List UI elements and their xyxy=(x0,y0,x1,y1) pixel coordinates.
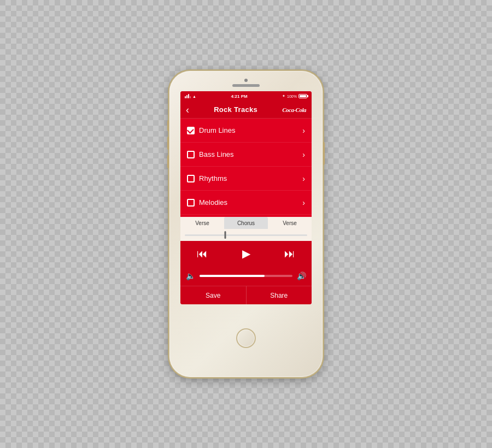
phone-shell: ▲ 4:21 PM ✦ 100% ‹ Rock Tracks Coca-Cola xyxy=(169,71,323,377)
melodies-chevron: › xyxy=(302,198,305,207)
nav-bar: ‹ Rock Tracks Coca-Cola xyxy=(180,101,312,119)
home-button[interactable] xyxy=(236,328,256,348)
progress-bar-container xyxy=(180,229,312,241)
prev-button[interactable]: ⏮ xyxy=(192,244,212,263)
segment-verse-1-label: Verse xyxy=(195,220,209,226)
segment-chorus-label: Chorus xyxy=(237,220,255,226)
drum-lines-label: Drum Lines xyxy=(199,126,235,134)
signal-bar-2 xyxy=(186,95,188,98)
transport-area: ⏮ ▶ ⏭ xyxy=(180,241,312,266)
battery-icon xyxy=(298,94,307,98)
play-button[interactable]: ▶ xyxy=(236,244,256,263)
menu-item-left-2: Bass Lines xyxy=(187,150,234,158)
progress-track[interactable] xyxy=(185,234,307,236)
rhythms-chevron: › xyxy=(302,174,305,183)
segment-area: Verse Chorus Verse xyxy=(180,217,312,241)
volume-up-button[interactable] xyxy=(167,137,169,150)
menu-item-left-4: Melodies xyxy=(187,198,227,207)
menu-list: Drum Lines › Bass Lines › Rhythms › xyxy=(180,119,312,217)
wifi-icon: ▲ xyxy=(192,95,196,98)
phone-top xyxy=(169,71,323,91)
coca-cola-logo: Coca-Cola xyxy=(282,107,306,113)
save-button[interactable]: Save xyxy=(180,286,247,304)
signal-bar-3 xyxy=(188,94,189,98)
menu-item-left-3: Rhythms xyxy=(187,174,227,182)
rhythms-label: Rhythms xyxy=(199,174,227,182)
power-button[interactable] xyxy=(323,142,325,165)
segment-labels: Verse Chorus Verse xyxy=(180,217,312,229)
play-icon: ▶ xyxy=(242,247,250,260)
signal-bar-4 xyxy=(190,96,191,98)
status-bar: ▲ 4:21 PM ✦ 100% xyxy=(180,91,312,101)
battery-pct-label: 100% xyxy=(287,95,297,98)
bluetooth-icon: ✦ xyxy=(282,94,285,98)
melodies-label: Melodies xyxy=(199,198,227,207)
share-label: Share xyxy=(270,292,288,299)
bass-lines-checkbox[interactable] xyxy=(187,151,195,158)
menu-item-drum-lines[interactable]: Drum Lines › xyxy=(180,119,312,143)
save-label: Save xyxy=(206,292,220,299)
signal-bars xyxy=(185,94,191,98)
share-button[interactable]: Share xyxy=(247,286,312,304)
volume-high-icon: 🔊 xyxy=(297,272,306,280)
next-icon: ⏭ xyxy=(284,247,295,260)
bottom-buttons: Save Share xyxy=(180,286,312,304)
drum-lines-checkbox[interactable] xyxy=(187,127,195,134)
prev-icon: ⏮ xyxy=(197,247,208,260)
camera-dot xyxy=(244,79,248,82)
bass-lines-label: Bass Lines xyxy=(199,150,234,158)
back-button[interactable]: ‹ xyxy=(186,105,189,115)
drum-lines-chevron: › xyxy=(302,126,305,135)
volume-down-button[interactable] xyxy=(167,155,169,168)
battery-tip xyxy=(307,95,308,97)
battery-fill xyxy=(300,95,306,97)
menu-item-left: Drum Lines xyxy=(187,126,235,134)
next-button[interactable]: ⏭ xyxy=(280,244,300,263)
volume-low-icon: 🔈 xyxy=(186,272,195,280)
status-left: ▲ xyxy=(185,94,196,98)
phone-bottom xyxy=(236,304,256,377)
signal-bar-1 xyxy=(185,96,186,98)
phone-screen: ▲ 4:21 PM ✦ 100% ‹ Rock Tracks Coca-Cola xyxy=(180,91,312,304)
volume-area: 🔈 🔊 xyxy=(180,266,312,286)
bass-lines-chevron: › xyxy=(302,150,305,159)
nav-title: Rock Tracks xyxy=(214,105,257,114)
status-time: 4:21 PM xyxy=(231,94,247,99)
segment-verse-2[interactable]: Verse xyxy=(268,217,312,229)
segment-verse-2-label: Verse xyxy=(283,220,297,226)
volume-fill xyxy=(200,275,265,277)
menu-item-rhythms[interactable]: Rhythms › xyxy=(180,167,312,191)
rhythms-checkbox[interactable] xyxy=(187,175,195,182)
menu-item-melodies[interactable]: Melodies › xyxy=(180,191,312,215)
volume-track[interactable] xyxy=(200,275,292,277)
melodies-checkbox[interactable] xyxy=(187,199,195,207)
mute-button[interactable] xyxy=(167,120,169,131)
status-right: ✦ 100% xyxy=(282,94,307,98)
segment-chorus[interactable]: Chorus xyxy=(224,217,268,229)
speaker-bar xyxy=(232,84,260,87)
segment-verse-1[interactable]: Verse xyxy=(180,217,224,229)
progress-thumb[interactable] xyxy=(224,231,226,239)
menu-item-bass-lines[interactable]: Bass Lines › xyxy=(180,143,312,167)
